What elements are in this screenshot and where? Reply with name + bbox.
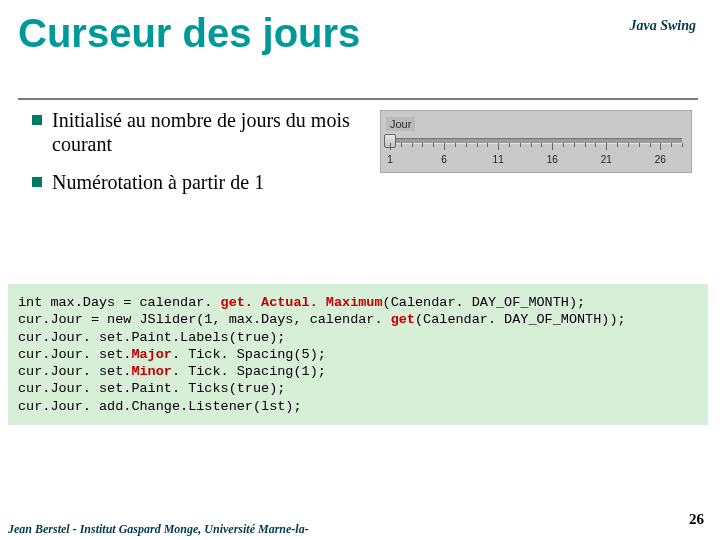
- slider-tick: [498, 143, 499, 150]
- slider-tick-label: 16: [547, 154, 558, 165]
- slider-tick: [466, 143, 467, 147]
- bullet-item: Initialisé au nombre de jours du mois co…: [32, 108, 362, 156]
- slider-tick-label: 11: [493, 154, 504, 165]
- slider-tick-label: 26: [655, 154, 666, 165]
- title-rule: [18, 98, 698, 100]
- slider-tick-label: 1: [387, 154, 393, 165]
- page-number: 26: [689, 511, 704, 528]
- slider-tick-labels: 1611162126: [390, 154, 682, 166]
- footer-author: Jean Berstel - Institut Gaspard Monge, U…: [8, 523, 348, 536]
- slider-tick: [444, 143, 445, 150]
- slider-tick: [509, 143, 510, 147]
- slider-tick: [412, 143, 413, 147]
- slider-tick: [541, 143, 542, 147]
- day-slider-panel: Jour 1611162126: [380, 110, 692, 173]
- slider-tick: [477, 143, 478, 147]
- slider-caption: Jour: [386, 117, 415, 131]
- slider-tick: [650, 143, 651, 147]
- slider-tick: [574, 143, 575, 147]
- slider-tick: [660, 143, 661, 150]
- day-slider[interactable]: [390, 134, 682, 152]
- bullet-square-icon: [32, 115, 42, 125]
- bullet-item: Numérotation à partir de 1: [32, 170, 362, 194]
- slider-tick-label: 21: [601, 154, 612, 165]
- slider-tick: [401, 143, 402, 147]
- slider-tick: [390, 143, 391, 150]
- slider-tick: [628, 143, 629, 147]
- slider-tick: [639, 143, 640, 147]
- slider-tick: [552, 143, 553, 150]
- slide-title: Curseur des jours: [18, 12, 550, 54]
- slider-tick-label: 6: [441, 154, 447, 165]
- slider-tick: [563, 143, 564, 147]
- slider-tick: [520, 143, 521, 147]
- bullet-list: Initialisé au nombre de jours du mois co…: [32, 108, 362, 208]
- slider-tick: [487, 143, 488, 147]
- slider-tick: [585, 143, 586, 147]
- slider-tick: [606, 143, 607, 150]
- slider-tick: [682, 143, 683, 147]
- slider-tick: [531, 143, 532, 147]
- bullet-text: Numérotation à partir de 1: [52, 170, 264, 194]
- bullet-text: Initialisé au nombre de jours du mois co…: [52, 108, 362, 156]
- bullet-square-icon: [32, 177, 42, 187]
- code-block: int max.Days = calendar. get. Actual. Ma…: [8, 284, 708, 425]
- slider-tick: [595, 143, 596, 147]
- slider-tick: [433, 143, 434, 147]
- slider-tick: [422, 143, 423, 147]
- course-label: Java Swing: [629, 18, 696, 34]
- slider-tick: [671, 143, 672, 147]
- slider-tick: [455, 143, 456, 147]
- slider-tick: [617, 143, 618, 147]
